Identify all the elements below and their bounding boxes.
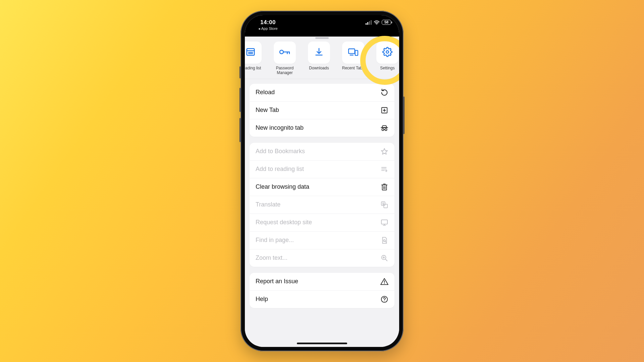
zoom-text-item: Zoom text... <box>250 249 394 267</box>
phone-frame: 14:00 ◂ App Store 58 <box>240 11 404 351</box>
translate-item: Translate <box>250 196 394 214</box>
phone-screen: 14:00 ◂ App Store 58 <box>245 15 399 347</box>
notch <box>279 15 365 28</box>
menu-label: Help <box>256 296 268 303</box>
help-icon <box>380 295 388 303</box>
svg-line-41 <box>385 259 387 261</box>
recent-tabs-button[interactable]: Recent Tabs <box>338 42 368 75</box>
clear-browsing-data-item[interactable]: Clear browsing data <box>250 178 394 196</box>
menu-label: Add to reading list <box>256 166 304 173</box>
menu-label: Zoom text... <box>256 254 287 261</box>
svg-point-14 <box>386 51 389 53</box>
plus-square-icon <box>380 106 388 114</box>
settings-button[interactable]: Settings <box>372 42 399 75</box>
star-icon <box>380 147 388 156</box>
cellular-icon <box>366 20 372 25</box>
reload-item[interactable]: Reload <box>250 84 394 101</box>
reading-list-icon <box>246 47 256 58</box>
overflow-sheet: Reading list Password Manager <box>245 34 399 347</box>
reading-list-button[interactable]: Reading list <box>245 42 266 75</box>
sheet-grabber[interactable] <box>315 37 329 39</box>
new-tab-item[interactable]: New Tab <box>250 101 394 119</box>
devices-icon <box>348 47 358 58</box>
svg-point-5 <box>280 50 283 54</box>
battery-indicator: 58 <box>382 20 391 25</box>
svg-line-39 <box>385 241 386 242</box>
menu-group-help: Report an Issue Help <box>250 273 394 308</box>
help-item[interactable]: Help <box>250 290 394 308</box>
desktop-icon <box>380 219 388 227</box>
menu-label: New incognito tab <box>256 124 304 131</box>
menu-label: Clear browsing data <box>256 183 309 190</box>
svg-rect-34 <box>384 204 387 208</box>
svg-point-45 <box>384 283 385 284</box>
add-reading-list-item: Add to reading list <box>250 160 394 178</box>
menu-label: Find in page... <box>256 237 294 244</box>
key-icon <box>279 47 290 58</box>
reload-icon <box>380 88 388 97</box>
svg-rect-11 <box>348 49 355 54</box>
menu-label: Request desktop site <box>256 219 312 226</box>
status-back-to-app[interactable]: ◂ App Store <box>253 26 283 31</box>
find-in-page-icon <box>380 236 388 244</box>
home-indicator[interactable] <box>297 343 347 344</box>
trash-icon <box>380 183 388 191</box>
downloads-button[interactable]: Downloads <box>304 42 334 75</box>
svg-rect-35 <box>381 220 387 224</box>
menu-label: Reload <box>256 89 275 96</box>
quick-action-label: Recent Tabs <box>342 66 365 75</box>
svg-rect-13 <box>355 50 358 55</box>
list-plus-icon <box>380 165 388 173</box>
quick-action-label: Downloads <box>309 66 329 75</box>
svg-marker-22 <box>381 148 387 154</box>
menu-label: Translate <box>256 201 280 208</box>
svg-rect-28 <box>382 185 387 190</box>
request-desktop-item: Request desktop site <box>250 214 394 231</box>
menu-label: Add to Bookmarks <box>256 148 305 155</box>
menu-label: Report an Issue <box>256 278 298 285</box>
menu-label: New Tab <box>256 107 279 114</box>
find-in-page-item: Find in page... <box>250 231 394 249</box>
svg-point-0 <box>376 24 377 24</box>
new-incognito-item[interactable]: New incognito tab <box>250 119 394 137</box>
warning-icon <box>380 278 388 286</box>
zoom-icon <box>380 254 388 262</box>
translate-icon <box>380 201 388 209</box>
incognito-icon <box>380 124 388 132</box>
quick-action-label: Settings <box>380 66 394 75</box>
quick-action-label: Password Manager <box>276 66 294 75</box>
download-icon <box>314 47 324 58</box>
menu-group-page: Add to Bookmarks Add to reading list <box>250 143 394 267</box>
menu-group-tabs: Reload New Tab <box>250 84 394 137</box>
quick-action-label: Reading list <box>245 66 261 75</box>
quick-actions-toolbar: Reading list Password Manager <box>245 42 399 79</box>
gear-icon <box>382 47 392 58</box>
wifi-icon <box>374 20 380 25</box>
add-bookmark-item: Add to Bookmarks <box>250 143 394 160</box>
svg-point-47 <box>384 301 385 301</box>
password-manager-button[interactable]: Password Manager <box>270 42 300 75</box>
report-issue-item[interactable]: Report an Issue <box>250 273 394 290</box>
